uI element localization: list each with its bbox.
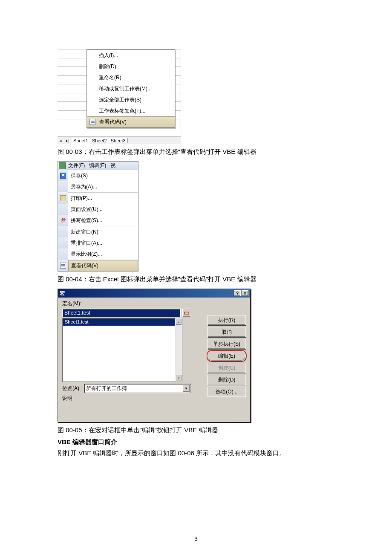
tab-nav-first-icon[interactable]: ▸: [58, 138, 64, 144]
menu-item-new-window[interactable]: 新建窗口(N): [58, 226, 138, 237]
svg-rect-0: [184, 312, 189, 314]
menu-item-view-code[interactable]: 查看代码(V): [58, 260, 138, 271]
dialog-title: 宏: [60, 290, 65, 297]
menu-item-delete[interactable]: 删除(D): [87, 61, 175, 72]
menu-item-tab-color[interactable]: 工作表标签颜色(T)...: [87, 105, 175, 116]
scrollbar[interactable]: ▲ ▼: [175, 318, 182, 382]
save-icon: [60, 173, 66, 179]
spreadsheet-grid: 插入(I)... 删除(D) 重命名(R) 移动或复制工作表(M)... 选定全…: [58, 49, 181, 137]
range-selector-button[interactable]: [182, 309, 191, 317]
menu-item-arrange-windows[interactable]: 重排窗口(A)...: [58, 237, 138, 249]
location-combobox[interactable]: 所有打开的工作簿 ▼: [84, 384, 191, 393]
code-icon: [60, 263, 66, 269]
tab-nav-last-icon[interactable]: ▸|: [65, 138, 71, 144]
sheet-tab-3[interactable]: Sheet3: [109, 138, 128, 143]
menu-item-move-copy[interactable]: 移动或复制工作表(M)...: [87, 83, 175, 94]
menu-item-spell-check[interactable]: 秒 拼写检查(S)...: [58, 215, 138, 226]
spell-check-icon: 秒: [61, 217, 65, 223]
sheet-tab-1[interactable]: Sheet1: [72, 138, 90, 144]
caption-figure-1: 图 00-03：右击工作表标签弹出菜单并选择"查看代码"打开 VBE 编辑器: [58, 147, 334, 157]
menu-item-zoom[interactable]: 显示比例(Z)...: [58, 249, 138, 260]
sheet-context-menu: 插入(I)... 删除(D) 重命名(R) 移动或复制工作表(M)... 选定全…: [86, 49, 175, 128]
macro-name-input[interactable]: Sheet1.test: [62, 309, 181, 317]
close-button[interactable]: ×: [242, 290, 248, 296]
macro-name-label: 宏名(M):: [62, 300, 246, 307]
dialog-titlebar: 宏 ? ×: [58, 289, 250, 298]
caption-figure-3: 图 00-05：在宏对话框中单击"编辑"按钮打开 VBE 编辑器: [58, 425, 334, 435]
location-label: 位置(A):: [62, 385, 81, 392]
menu-file[interactable]: 文件(F): [66, 162, 86, 169]
menu-item-select-all-sheets[interactable]: 选定全部工作表(S): [87, 94, 175, 105]
menu-view-truncated[interactable]: 视: [109, 162, 117, 169]
figure-sheet-context-menu: 插入(I)... 删除(D) 重命名(R) 移动或复制工作表(M)... 选定全…: [58, 49, 181, 144]
menu-item-view-code[interactable]: 查看代码(V): [86, 116, 175, 127]
menu-item-page-setup[interactable]: 页面设置(U)...: [58, 204, 138, 215]
page-number: 3: [0, 535, 392, 542]
menu-item-insert[interactable]: 插入(I)...: [87, 50, 175, 61]
menu-item-print[interactable]: 打印(P)...: [58, 193, 138, 204]
print-icon: [60, 195, 66, 201]
section-heading: VBE 编辑器窗口简介: [58, 437, 334, 447]
excel-icon: [59, 162, 66, 169]
menu-item-save-as[interactable]: 另存为(A)...: [58, 181, 138, 192]
step-into-button[interactable]: 单步执行(S): [208, 339, 246, 349]
macro-dialog: 宏 ? × 宏名(M): Sheet1.test Sheet1.test ▲: [58, 289, 251, 422]
location-value: 所有打开的工作簿: [86, 385, 127, 392]
macro-list-item[interactable]: Sheet1.test: [63, 319, 175, 326]
description-area: [62, 403, 246, 418]
range-icon: [184, 310, 189, 315]
figure-excel-icon-menu: 文件(F) 编辑(E) 视 保存(S) 另存为(A)... 打印(P)... 页…: [58, 161, 138, 272]
chevron-down-icon[interactable]: ▼: [182, 384, 190, 392]
caption-figure-2: 图 00-04：右击 Excel 图标弹出菜单并选择"查看代码"打开 VBE 编…: [58, 274, 334, 284]
menu-edit[interactable]: 编辑(E): [87, 162, 108, 169]
sheet-tab-2[interactable]: Sheet2: [90, 138, 109, 143]
menu-item-rename[interactable]: 重命名(R): [87, 72, 175, 83]
sheet-tab-bar: ▸ ▸| Sheet1 Sheet2 Sheet3: [58, 137, 181, 144]
menu-item-save[interactable]: 保存(S): [58, 170, 138, 181]
delete-button[interactable]: 删除(D): [208, 375, 246, 385]
cancel-button[interactable]: 取消: [208, 327, 246, 337]
run-button[interactable]: 执行(R): [208, 315, 246, 325]
scroll-up-icon[interactable]: ▲: [176, 318, 182, 325]
macro-listbox[interactable]: Sheet1.test ▲ ▼: [62, 318, 182, 382]
code-icon: [89, 118, 96, 126]
options-button[interactable]: 选项(O)...: [208, 387, 246, 397]
create-button: 创建(C): [208, 363, 246, 373]
edit-button[interactable]: 编辑(E): [208, 351, 246, 361]
body-paragraph: 刚打开 VBE 编辑器时，所显示的窗口如图 00-06 所示，其中没有代码模块窗…: [58, 448, 334, 458]
help-button[interactable]: ?: [234, 290, 241, 296]
scroll-down-icon[interactable]: ▼: [176, 375, 182, 382]
menubar: 文件(F) 编辑(E) 视: [58, 162, 138, 170]
